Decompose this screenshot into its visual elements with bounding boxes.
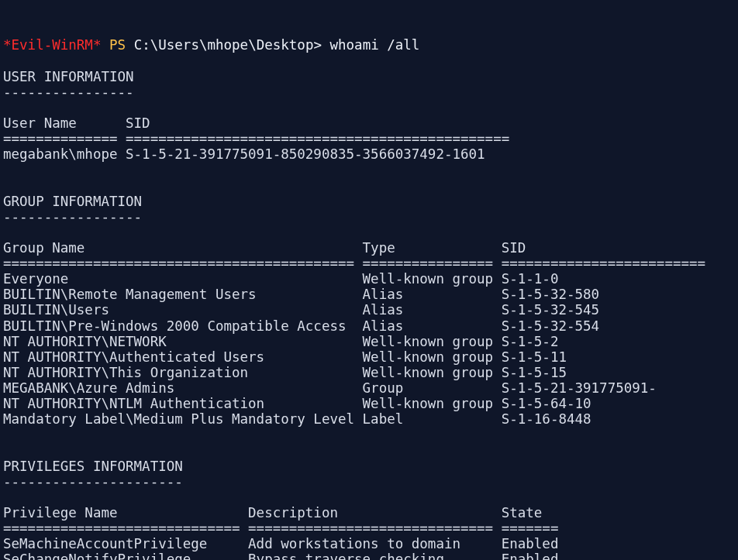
group-row-3: BUILTIN\Pre-Windows 2000 Compatible Acce…: [3, 318, 599, 334]
group-row-7: MEGABANK\Azure Admins Group S-1-5-21-391…: [3, 380, 657, 396]
group-row-4: NT AUTHORITY\NETWORK Well-known group S-…: [3, 334, 558, 349]
prompt-tool: Evil-WinRM: [12, 37, 93, 53]
priv-row-0: SeMachineAccountPrivilege Add workstatio…: [3, 536, 558, 551]
terminal-window: *Evil-WinRM* PS C:\Users\mhope\Desktop> …: [0, 31, 738, 560]
group-row-5: NT AUTHORITY\Authenticated Users Well-kn…: [3, 349, 567, 365]
prompt-ps: PS: [109, 37, 126, 53]
priv-row-1: SeChangeNotifyPrivilege Bypass traverse …: [3, 551, 558, 560]
user-col-rule: ============== =========================…: [3, 131, 509, 146]
group-row-9: Mandatory Label\Medium Plus Mandatory Le…: [3, 411, 591, 427]
terminal-output: *Evil-WinRM* PS C:\Users\mhope\Desktop> …: [3, 37, 735, 560]
group-row-0: Everyone Well-known group S-1-1-0: [3, 271, 558, 287]
group-row-1: BUILTIN\Remote Management Users Alias S-…: [3, 287, 599, 302]
group-info-header: GROUP INFORMATION: [3, 194, 142, 209]
group-row-6: NT AUTHORITY\This Organization Well-know…: [3, 365, 567, 380]
group-col-hdr: Group Name Type SID: [3, 240, 526, 256]
command-input[interactable]: whoami /all: [330, 37, 420, 53]
group-col-rule: ========================================…: [3, 256, 705, 271]
group-info-underline: -----------------: [3, 209, 142, 225]
user-info-header: USER INFORMATION: [3, 69, 134, 84]
user-info-underline: ----------------: [3, 84, 134, 100]
user-col-hdr: User Name SID: [3, 115, 150, 131]
group-row-2: BUILTIN\Users Alias S-1-5-32-545: [3, 302, 599, 318]
prompt-path: C:\Users\mhope\Desktop>: [134, 37, 322, 53]
user-row: megabank\mhope S-1-5-21-391775091-850290…: [3, 146, 485, 162]
priv-col-hdr: Privilege Name Description State: [3, 505, 542, 520]
priv-info-header: PRIVILEGES INFORMATION: [3, 459, 183, 474]
prompt-star2: *: [93, 37, 102, 53]
priv-col-rule: ============================= ==========…: [3, 520, 558, 536]
priv-info-underline: ----------------------: [3, 474, 183, 490]
prompt-star: *: [3, 37, 12, 53]
group-row-8: NT AUTHORITY\NTLM Authentication Well-kn…: [3, 396, 591, 411]
